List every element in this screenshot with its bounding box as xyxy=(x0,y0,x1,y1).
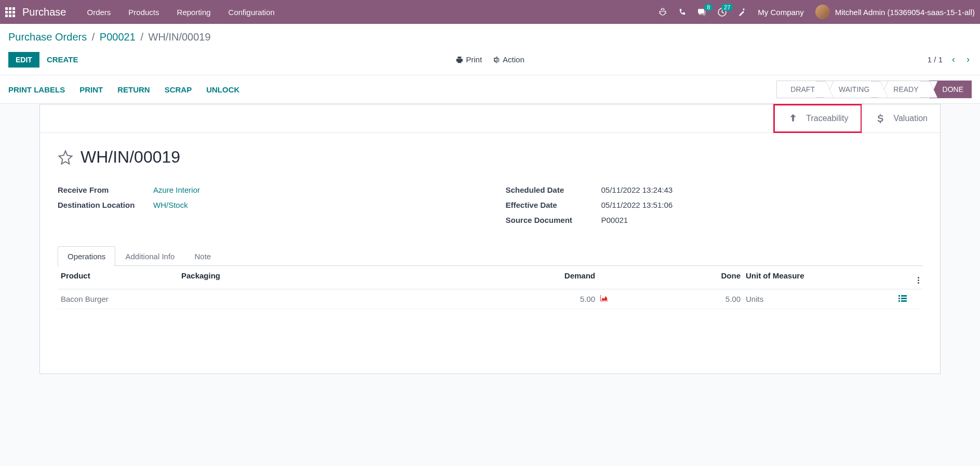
star-icon[interactable] xyxy=(58,150,73,165)
toolbar-row: EDIT CREATE Print Action 1 / 1 ‹ › xyxy=(0,46,980,75)
effective-label: Effective Date xyxy=(506,201,601,209)
receive-from-value[interactable]: Azure Interior xyxy=(153,185,200,194)
breadcrumb-current: WH/IN/00019 xyxy=(149,31,211,43)
print-icon xyxy=(455,56,463,63)
arrow-up-icon xyxy=(787,113,799,124)
grid-options[interactable] xyxy=(907,271,919,284)
create-button[interactable]: CREATE xyxy=(39,51,86,68)
dest-value[interactable]: WH/Stock xyxy=(153,201,188,209)
scrap-button[interactable]: SCRAP xyxy=(165,85,192,94)
avatar xyxy=(815,5,830,19)
fields-left: Receive From Azure Interior Destination … xyxy=(58,182,475,228)
user-name: Mitchell Admin (15369054-saas-15-1-all) xyxy=(835,8,975,17)
breadcrumb-row: Purchase Orders / P00021 / WH/IN/00019 xyxy=(0,24,980,46)
col-demand-header: Demand xyxy=(296,271,600,284)
svg-rect-1 xyxy=(898,295,900,297)
nav-orders[interactable]: Orders xyxy=(87,8,111,17)
messaging-icon[interactable]: 8 xyxy=(697,8,706,17)
company-selector[interactable]: My Company xyxy=(758,8,803,17)
row-product: Bacon Burger xyxy=(61,295,181,303)
fields-right: Scheduled Date 05/11/2022 13:24:43 Effec… xyxy=(506,182,923,228)
svg-rect-2 xyxy=(901,295,907,297)
scheduled-value: 05/11/2022 13:24:43 xyxy=(601,185,673,194)
status-bar: DRAFT WAITING READY DONE xyxy=(776,81,972,98)
return-button[interactable]: RETURN xyxy=(117,85,150,94)
breadcrumb-orders[interactable]: Purchase Orders xyxy=(8,31,87,43)
unlock-button[interactable]: UNLOCK xyxy=(206,85,239,94)
detail-icon[interactable] xyxy=(886,295,907,303)
col-product-header: Product xyxy=(61,271,181,284)
source-value: P00021 xyxy=(601,216,628,224)
col-packaging-header: Packaging xyxy=(181,271,296,284)
content: Traceability Valuation WH/IN/00019 Recei… xyxy=(0,104,980,374)
toolbar-center: Print Action xyxy=(455,55,525,64)
print-labels-button[interactable]: PRINT LABELS xyxy=(8,85,65,94)
sheet-body: WH/IN/00019 Receive From Azure Interior … xyxy=(40,133,940,324)
app-name[interactable]: Purchase xyxy=(22,6,66,18)
apps-icon[interactable] xyxy=(5,7,15,17)
tools-icon[interactable] xyxy=(738,8,746,16)
activity-badge: 27 xyxy=(721,4,733,11)
col-done-header: Done xyxy=(626,271,746,284)
nav-configuration[interactable]: Configuration xyxy=(229,8,275,17)
phone-icon[interactable] xyxy=(678,8,686,16)
fields: Receive From Azure Interior Destination … xyxy=(58,182,922,228)
scheduled-label: Scheduled Date xyxy=(506,185,601,194)
actionbar: PRINT LABELS PRINT RETURN SCRAP UNLOCK D… xyxy=(0,75,980,104)
effective-value: 05/11/2022 13:51:06 xyxy=(601,201,673,209)
breadcrumb-po[interactable]: P00021 xyxy=(100,31,136,43)
valuation-button[interactable]: Valuation xyxy=(862,104,940,132)
tab-additional-info[interactable]: Additional Info xyxy=(115,246,184,266)
gear-icon xyxy=(492,56,500,63)
row-done: 5.00 xyxy=(626,295,746,303)
row-packaging xyxy=(181,295,296,303)
topbar-right: 8 27 My Company Mitchell Admin (15369054… xyxy=(659,5,975,19)
svg-rect-5 xyxy=(898,300,900,302)
status-waiting[interactable]: WAITING xyxy=(825,81,880,98)
svg-rect-3 xyxy=(898,298,900,299)
page-title: WH/IN/00019 xyxy=(80,148,180,167)
bug-icon[interactable] xyxy=(659,8,667,16)
svg-rect-6 xyxy=(901,300,907,302)
title-row: WH/IN/00019 xyxy=(58,148,922,167)
pager-prev[interactable]: ‹ xyxy=(950,54,957,65)
dest-label: Destination Location xyxy=(58,201,153,209)
source-label: Source Document xyxy=(506,216,601,224)
action-links: PRINT LABELS PRINT RETURN SCRAP UNLOCK xyxy=(8,85,239,94)
forecast-icon[interactable] xyxy=(600,295,626,303)
svg-rect-4 xyxy=(901,298,907,299)
action-dropdown[interactable]: Action xyxy=(492,55,525,64)
user-menu[interactable]: Mitchell Admin (15369054-saas-15-1-all) xyxy=(815,5,975,19)
kebab-icon xyxy=(918,277,919,284)
tabs: Operations Additional Info Note xyxy=(58,246,922,266)
edit-button[interactable]: EDIT xyxy=(8,52,39,68)
activity-icon[interactable]: 27 xyxy=(718,8,727,17)
breadcrumb: Purchase Orders / P00021 / WH/IN/00019 xyxy=(8,31,211,43)
pager: 1 / 1 ‹ › xyxy=(928,54,972,65)
pager-next[interactable]: › xyxy=(964,54,972,65)
stat-buttons: Traceability Valuation xyxy=(40,104,940,133)
col-uom-header: Unit of Measure xyxy=(746,271,886,284)
row-uom: Units xyxy=(746,295,886,303)
grid-header: Product Packaging Demand Done Unit of Me… xyxy=(58,266,922,289)
operations-grid: Product Packaging Demand Done Unit of Me… xyxy=(58,266,922,309)
nav-products[interactable]: Products xyxy=(128,8,159,17)
tab-operations[interactable]: Operations xyxy=(58,246,115,266)
nav-reporting[interactable]: Reporting xyxy=(177,8,211,17)
print-button[interactable]: PRINT xyxy=(79,85,103,94)
receive-from-label: Receive From xyxy=(58,185,153,194)
print-dropdown[interactable]: Print xyxy=(455,55,482,64)
nav-menu: Orders Products Reporting Configuration xyxy=(87,8,275,17)
tab-note[interactable]: Note xyxy=(184,246,221,266)
row-demand: 5.00 xyxy=(296,295,600,303)
topbar: Purchase Orders Products Reporting Confi… xyxy=(0,0,980,24)
pager-text: 1 / 1 xyxy=(928,55,943,64)
table-row[interactable]: Bacon Burger 5.00 5.00 Units xyxy=(58,289,922,309)
dollar-icon xyxy=(875,113,886,124)
status-draft[interactable]: DRAFT xyxy=(776,81,825,98)
traceability-button[interactable]: Traceability xyxy=(773,104,862,133)
msg-badge: 8 xyxy=(704,4,713,11)
form-sheet: Traceability Valuation WH/IN/00019 Recei… xyxy=(39,104,941,374)
